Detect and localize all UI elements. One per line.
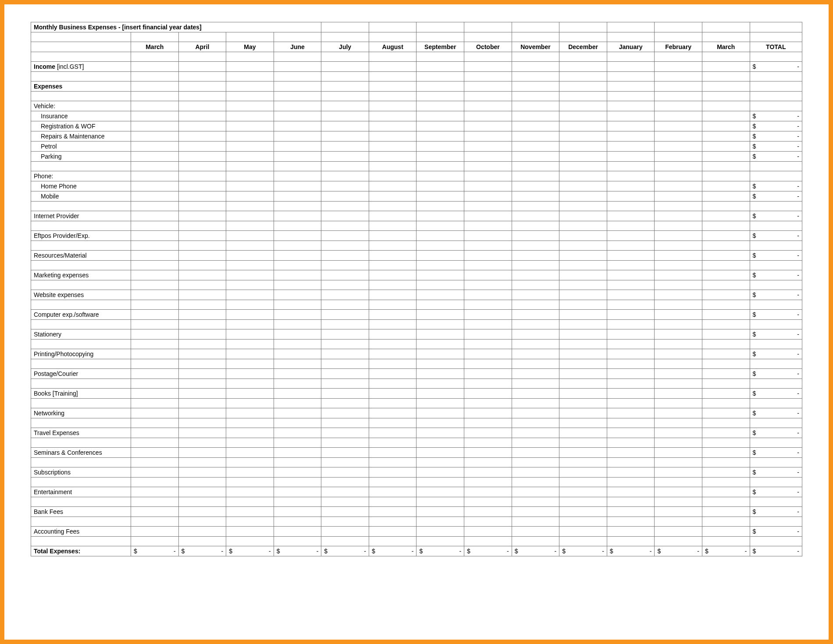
month-header-3: June xyxy=(274,42,321,52)
currency-symbol: $ xyxy=(753,448,756,457)
expense-item-row: Entertainment$- xyxy=(31,487,802,497)
currency-symbol: $ xyxy=(753,329,756,339)
group-label: Phone: xyxy=(31,171,131,181)
row-total: $- xyxy=(750,231,802,241)
income-row: Income [incl.GST]$- xyxy=(31,62,802,72)
expense-item-label: Petrol xyxy=(31,142,131,152)
total-value: - xyxy=(797,251,799,260)
total-value: - xyxy=(797,152,799,161)
expenses-header: Expenses xyxy=(31,81,131,92)
expense-item-row: Marketing expenses$- xyxy=(31,270,802,280)
expense-item-row: Repairs & Maintenance$- xyxy=(31,131,802,142)
month-total-1: $- xyxy=(178,546,226,556)
currency-symbol: $ xyxy=(753,181,756,191)
expense-item-row: Eftpos Provider/Exp.$- xyxy=(31,231,802,241)
currency-symbol: $ xyxy=(753,310,756,319)
currency-symbol: $ xyxy=(134,546,137,556)
currency-symbol: $ xyxy=(562,546,566,556)
total-value: - xyxy=(797,270,799,280)
month-total-11: $- xyxy=(655,546,702,556)
currency-symbol: $ xyxy=(753,487,756,497)
month-total-value: - xyxy=(602,546,604,556)
month-header-8: November xyxy=(512,42,559,52)
month-total-value: - xyxy=(650,546,652,556)
total-value: - xyxy=(797,62,799,71)
currency-symbol: $ xyxy=(753,111,756,121)
month-total-6: $- xyxy=(416,546,464,556)
month-total-value: - xyxy=(221,546,224,556)
month-total-3: $- xyxy=(274,546,321,556)
expense-item-row: Printing/Photocopying$- xyxy=(31,349,802,359)
total-value: - xyxy=(797,448,799,457)
currency-symbol: $ xyxy=(753,251,756,260)
month-header-0: March xyxy=(131,42,179,52)
currency-symbol: $ xyxy=(753,546,756,556)
total-value: - xyxy=(797,369,799,379)
month-total-value: - xyxy=(459,546,461,556)
row-total: $- xyxy=(750,527,802,537)
month-total-value: - xyxy=(507,546,509,556)
expense-item-label: Printing/Photocopying xyxy=(31,349,131,359)
month-total-value: - xyxy=(697,546,699,556)
row-total: $- xyxy=(750,310,802,320)
month-header-9: December xyxy=(559,42,607,52)
expense-item-label: Resources/Material xyxy=(31,251,131,261)
month-total-value: - xyxy=(269,546,271,556)
currency-symbol: $ xyxy=(753,527,756,536)
currency-symbol: $ xyxy=(657,546,661,556)
row-total: $- xyxy=(750,270,802,280)
expense-item-label: Bank Fees xyxy=(31,507,131,517)
total-expenses-label: Total Expenses: xyxy=(31,546,131,556)
month-total-8: $- xyxy=(512,546,559,556)
expense-item-row: Stationery$- xyxy=(31,329,802,340)
currency-symbol: $ xyxy=(229,546,232,556)
month-header-11: February xyxy=(655,42,702,52)
currency-symbol: $ xyxy=(324,546,328,556)
month-header-6: September xyxy=(416,42,464,52)
month-total-value: - xyxy=(174,546,176,556)
currency-symbol: $ xyxy=(753,349,756,359)
currency-symbol: $ xyxy=(515,546,518,556)
expense-item-label: Entertainment xyxy=(31,487,131,497)
currency-symbol: $ xyxy=(610,546,613,556)
row-total: $- xyxy=(750,62,802,72)
month-total-value: - xyxy=(364,546,366,556)
total-header: TOTAL xyxy=(750,42,802,52)
total-value: - xyxy=(797,231,799,241)
month-total-value: - xyxy=(555,546,557,556)
currency-symbol: $ xyxy=(753,507,756,517)
row-total: $- xyxy=(750,428,802,438)
row-total: $- xyxy=(750,408,802,418)
month-total-9: $- xyxy=(559,546,607,556)
total-value: - xyxy=(797,290,799,300)
expense-item-label: Networking xyxy=(31,408,131,418)
currency-symbol: $ xyxy=(753,428,756,438)
month-header-12: March xyxy=(702,42,750,52)
row-total: $- xyxy=(750,349,802,359)
expense-item-label: Repairs & Maintenance xyxy=(31,131,131,142)
row-total: $- xyxy=(750,191,802,202)
expense-item-label: Registration & WOF xyxy=(31,121,131,131)
expense-item-label: Computer exp./software xyxy=(31,310,131,320)
total-value: - xyxy=(797,111,799,121)
currency-symbol: $ xyxy=(753,369,756,379)
expense-item-row: Resources/Material$- xyxy=(31,251,802,261)
month-header-10: January xyxy=(607,42,655,52)
total-expenses-row: Total Expenses:$-$-$-$-$-$-$-$-$-$-$-$-$… xyxy=(31,546,802,556)
total-value: - xyxy=(797,181,799,191)
total-value: - xyxy=(797,389,799,398)
expense-item-row: Computer exp./software$- xyxy=(31,310,802,320)
currency-symbol: $ xyxy=(753,290,756,300)
total-value: - xyxy=(797,131,799,141)
expense-item-row: Petrol$- xyxy=(31,142,802,152)
month-total-2: $- xyxy=(226,546,274,556)
expense-item-label: Internet Provider xyxy=(31,211,131,221)
currency-symbol: $ xyxy=(753,467,756,477)
expense-item-row: Subscriptions$- xyxy=(31,467,802,478)
expense-item-row: Postage/Courier$- xyxy=(31,369,802,379)
month-total-12: $- xyxy=(702,546,750,556)
expense-item-row: Networking$- xyxy=(31,408,802,418)
row-total: $- xyxy=(750,290,802,300)
row-total: $- xyxy=(750,369,802,379)
expense-item-row: Seminars & Conferences$- xyxy=(31,448,802,458)
